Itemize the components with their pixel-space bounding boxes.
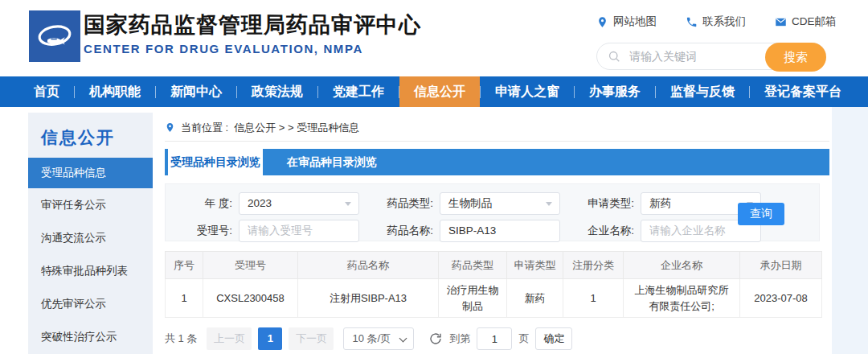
goto-suffix-label: 页 <box>518 331 529 346</box>
location-pin-icon <box>596 16 608 28</box>
col-header-company: 企业名称 <box>624 252 740 279</box>
location-pin-icon <box>165 122 175 133</box>
contact-us-link[interactable]: 联系我们 <box>686 14 746 29</box>
company-input[interactable] <box>649 221 752 241</box>
refresh-button[interactable] <box>428 331 443 346</box>
col-header-seq: 序号 <box>166 252 203 279</box>
sidebar-item-communication[interactable]: 沟通交流公示 <box>28 221 153 254</box>
drug-type-value: 生物制品 <box>448 197 492 209</box>
site-subtitle: CENTER FOR DRUG EVALUATION, NMPA <box>84 42 421 56</box>
search-button[interactable]: 搜索 <box>765 43 826 72</box>
cde-mail-link[interactable]: CDE邮箱 <box>775 14 837 29</box>
goto-prefix-label: 到第 <box>449 331 470 346</box>
site-title: 国家药品监督管理局药品审评中心 <box>84 12 421 38</box>
nav-item-info-disclosure[interactable]: 信息公开 <box>399 76 480 107</box>
nav-item-party[interactable]: 党建工作 <box>318 76 399 107</box>
table-header-row: 序号 受理号 药品名称 药品类型 申请类型 注册分类 企业名称 承办日期 <box>166 252 822 279</box>
tab-accepted-catalog[interactable]: 受理品种目录浏览 <box>168 149 263 175</box>
company-label: 企业名称: <box>576 224 634 238</box>
col-header-drug-type: 药品类型 <box>439 252 507 279</box>
phone-icon <box>686 16 698 28</box>
table-row: 1 CXSL2300458 注射用SIBP-A13 治疗用生物制品 新药 1 上… <box>166 279 822 318</box>
total-count-label: 共 1 条 <box>165 331 197 346</box>
sidebar-title: 信息公开 <box>28 113 153 158</box>
nav-item-supervision[interactable]: 监督与反馈 <box>656 76 749 107</box>
tab-bar: 受理品种目录浏览 在审品种目录浏览 <box>165 149 829 175</box>
page-number-button[interactable]: 1 <box>258 327 282 350</box>
col-header-registration-class: 注册分类 <box>563 252 624 279</box>
page-size-select[interactable]: 10 条/页 <box>343 327 414 350</box>
cell-company: 上海生物制品研究所有限责任公司; <box>624 279 740 318</box>
site-search: 搜索 <box>596 43 826 70</box>
drug-type-select[interactable]: 生物制品 <box>440 192 560 215</box>
main-nav: 首页 机构职能 新闻中心 政策法规 党建工作 信息公开 申请人之窗 办事服务 监… <box>0 76 868 107</box>
tab-under-review-catalog[interactable]: 在审品种目录浏览 <box>263 149 401 175</box>
search-icon <box>608 50 621 64</box>
goto-page-input[interactable] <box>477 327 512 350</box>
chevron-down-icon <box>345 202 351 206</box>
nav-item-applicant-window[interactable]: 申请人之窗 <box>481 76 574 107</box>
sidebar-item-special-approval[interactable]: 特殊审批品种列表 <box>28 254 153 287</box>
nav-item-services[interactable]: 办事服务 <box>575 76 655 107</box>
filter-row-1: 年 度: 2023 药品类型: 生物制品 申请类型: 新药 <box>186 191 819 216</box>
sitemap-link[interactable]: 网站地图 <box>596 14 657 29</box>
quick-links: 网站地图 联系我们 CDE邮箱 <box>596 14 837 29</box>
nav-item-registration-platform[interactable]: 登记备案平台 <box>750 76 856 107</box>
chevron-down-icon <box>546 202 552 206</box>
cell-date: 2023-07-08 <box>740 279 822 318</box>
year-select[interactable]: 2023 <box>239 192 359 215</box>
sitemap-label: 网站地图 <box>613 14 657 29</box>
contact-us-label: 联系我们 <box>702 14 746 29</box>
sidebar-item-breakthrough-therapy[interactable]: 突破性治疗公示 <box>28 320 153 353</box>
cell-seq: 1 <box>166 279 203 318</box>
site-header: 国家药品监督管理局药品审评中心 CENTER FOR DRUG EVALUATI… <box>0 0 868 76</box>
acceptance-no-input[interactable] <box>248 221 350 241</box>
application-type-value: 新药 <box>649 197 671 209</box>
cell-application-type: 新药 <box>507 279 563 318</box>
acceptance-no-label: 受理号: <box>186 224 232 238</box>
col-header-drug-name: 药品名称 <box>298 252 439 279</box>
drug-name-input[interactable] <box>448 221 551 241</box>
filter-row-2: 受理号: 药品名称: 企业名称: <box>186 219 819 243</box>
page-background-strip <box>832 107 868 354</box>
pagination: 共 1 条 上一页 1 下一页 10 条/页 到第 页 确定 <box>165 327 829 350</box>
drug-name-label: 药品名称: <box>375 224 433 238</box>
drug-name-field <box>440 220 560 242</box>
next-page-button[interactable]: 下一页 <box>289 327 334 350</box>
sidebar-item-review-tasks[interactable]: 审评任务公示 <box>28 188 153 221</box>
swan-fish-logo-icon <box>31 13 78 60</box>
chevron-down-icon <box>399 335 407 343</box>
acceptance-no-field <box>239 220 359 242</box>
cde-logo <box>29 10 80 62</box>
application-type-label: 申请类型: <box>576 196 634 211</box>
nav-item-policy[interactable]: 政策法规 <box>237 76 317 107</box>
sidebar-item-priority-review[interactable]: 优先审评公示 <box>28 287 153 320</box>
year-label: 年 度: <box>186 196 232 211</box>
drug-type-label: 药品类型: <box>375 196 433 211</box>
col-header-date: 承办日期 <box>740 252 822 279</box>
main-content: 当前位置 : 信息公开 > > 受理品种信息 受理品种目录浏览 在审品种目录浏览… <box>165 114 829 350</box>
envelope-icon <box>775 16 787 28</box>
cell-drug-type: 治疗用生物制品 <box>439 279 507 318</box>
brand-block: 国家药品监督管理局药品审评中心 CENTER FOR DRUG EVALUATI… <box>84 12 421 56</box>
year-value: 2023 <box>248 197 272 209</box>
nav-item-functions[interactable]: 机构职能 <box>75 76 155 107</box>
cell-drug-name: 注射用SIBP-A13 <box>298 279 439 318</box>
query-button[interactable]: 查询 <box>738 203 784 225</box>
breadcrumb-path: 信息公开 > > 受理品种信息 <box>234 121 359 135</box>
cell-registration-class: 1 <box>563 279 624 318</box>
col-header-acceptance-no: 受理号 <box>203 252 298 279</box>
sidebar-item-accepted-varieties[interactable]: 受理品种信息 <box>28 158 153 188</box>
refresh-icon <box>428 331 443 346</box>
confirm-button[interactable]: 确定 <box>535 327 572 350</box>
sidebar: 信息公开 受理品种信息 审评任务公示 沟通交流公示 特殊审批品种列表 优先审评公… <box>28 113 153 354</box>
cde-mail-label: CDE邮箱 <box>792 14 837 29</box>
prev-page-button[interactable]: 上一页 <box>207 327 252 350</box>
filter-panel: 年 度: 2023 药品类型: 生物制品 申请类型: 新药 受理号: 药品名称:… <box>165 183 820 241</box>
cell-acceptance-no: CXSL2300458 <box>203 279 298 318</box>
breadcrumb-prefix: 当前位置 : <box>181 121 228 135</box>
nav-item-home[interactable]: 首页 <box>19 76 74 107</box>
search-input[interactable] <box>628 44 756 68</box>
breadcrumb: 当前位置 : 信息公开 > > 受理品种信息 <box>165 114 829 142</box>
nav-item-news[interactable]: 新闻中心 <box>156 76 236 107</box>
